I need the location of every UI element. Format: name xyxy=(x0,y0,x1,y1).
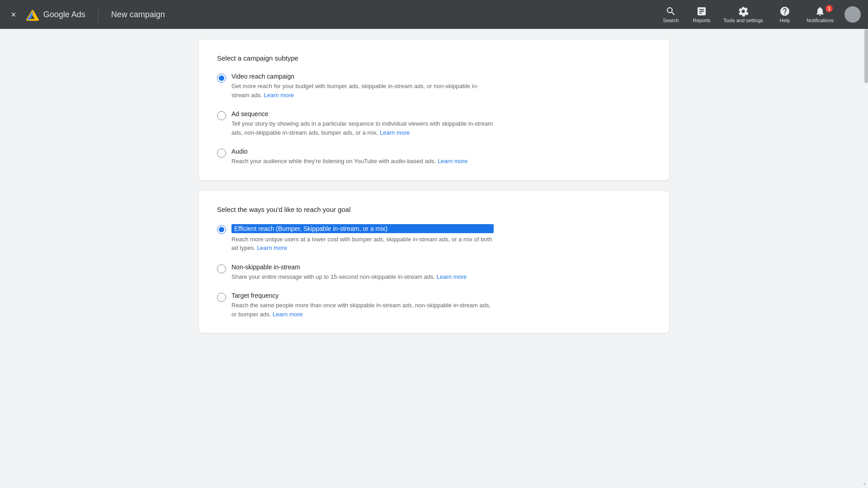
audio-desc: Reach your audience while they're listen… xyxy=(231,157,467,166)
ad-sequence-desc: Tell your story by showing ads in a part… xyxy=(231,119,494,137)
radio-efficient-reach[interactable] xyxy=(217,225,226,234)
section1-title: Select a campaign subtype xyxy=(217,54,651,62)
option-ad-sequence: Ad sequence Tell your story by showing a… xyxy=(217,110,651,137)
non-skippable-learn-more[interactable]: Learn more xyxy=(437,273,467,280)
option-video-reach: Video reach campaign Get more reach for … xyxy=(217,73,651,99)
help-button[interactable]: Help xyxy=(770,3,799,26)
option-audio: Audio Reach your audience while they're … xyxy=(217,148,651,166)
audio-content: Audio Reach your audience while they're … xyxy=(231,148,467,166)
main-content: Select a campaign subtype Video reach ca… xyxy=(0,29,868,344)
nav-divider xyxy=(98,7,99,22)
page-title: New campaign xyxy=(111,10,165,19)
ad-sequence-learn-more[interactable]: Learn more xyxy=(380,129,410,136)
top-navigation: × Google Ads New campaign Search xyxy=(0,0,868,29)
user-avatar[interactable] xyxy=(844,6,861,23)
radio-audio[interactable] xyxy=(217,149,226,158)
reach-goal-card: Select the ways you'd like to reach your… xyxy=(199,191,669,333)
notification-badge: 1 xyxy=(826,5,833,12)
notifications-button[interactable]: 1 Notifications xyxy=(801,3,839,26)
video-reach-learn-more[interactable]: Learn more xyxy=(264,92,294,99)
close-button[interactable]: × xyxy=(7,6,20,23)
scrollbar-thumb[interactable] xyxy=(864,29,868,83)
target-frequency-label: Target frequency xyxy=(231,292,494,299)
notifications-icon xyxy=(815,6,826,17)
reports-icon xyxy=(696,6,707,17)
ad-sequence-label: Ad sequence xyxy=(231,110,494,117)
tools-label: Tools and settings xyxy=(723,18,763,23)
reports-button[interactable]: Reports xyxy=(687,3,716,26)
option-target-frequency: Target frequency Reach the same people m… xyxy=(217,292,651,319)
radio-ad-sequence[interactable] xyxy=(217,111,226,120)
nav-left: × Google Ads New campaign xyxy=(7,6,656,23)
radio-non-skippable[interactable] xyxy=(217,264,226,273)
video-reach-desc: Get more reach for your budget with bump… xyxy=(231,82,494,99)
efficient-reach-label: Efficient reach (Bumper, Skippable in-st… xyxy=(231,224,494,233)
efficient-reach-content: Efficient reach (Bumper, Skippable in-st… xyxy=(231,224,494,253)
search-button[interactable]: Search xyxy=(656,3,685,26)
tools-icon xyxy=(738,6,749,17)
efficient-reach-learn-more[interactable]: Learn more xyxy=(257,244,287,251)
non-skippable-desc: Share your entire message with up to 15-… xyxy=(231,272,467,282)
option-efficient-reach: Efficient reach (Bumper, Skippable in-st… xyxy=(217,224,651,253)
audio-learn-more[interactable]: Learn more xyxy=(438,158,467,164)
target-frequency-desc: Reach the same people more than once wit… xyxy=(231,301,494,319)
efficient-reach-desc: Reach more unique users at a lower cost … xyxy=(231,235,494,253)
search-label: Search xyxy=(663,18,679,23)
notifications-label: Notifications xyxy=(807,18,834,23)
app-name: Google Ads xyxy=(43,10,85,19)
section2-title: Select the ways you'd like to reach your… xyxy=(217,206,651,213)
radio-video-reach[interactable] xyxy=(217,74,226,83)
non-skippable-label: Non-skippable in-stream xyxy=(231,263,467,271)
target-frequency-content: Target frequency Reach the same people m… xyxy=(231,292,494,319)
option-non-skippable: Non-skippable in-stream Share your entir… xyxy=(217,263,651,282)
campaign-subtype-card: Select a campaign subtype Video reach ca… xyxy=(199,40,669,180)
nav-right: Search Reports Tools and settings Help 1 xyxy=(656,3,861,26)
help-label: Help xyxy=(780,18,790,23)
app-logo: Google Ads xyxy=(25,7,85,22)
search-icon xyxy=(665,6,676,17)
reports-label: Reports xyxy=(693,18,711,23)
scroll-down-arrow[interactable]: ⌄ xyxy=(861,479,868,486)
radio-target-frequency[interactable] xyxy=(217,293,226,302)
video-reach-content: Video reach campaign Get more reach for … xyxy=(231,73,494,99)
help-icon xyxy=(779,6,790,17)
ad-sequence-content: Ad sequence Tell your story by showing a… xyxy=(231,110,494,137)
google-ads-logo-icon xyxy=(25,7,40,22)
audio-label: Audio xyxy=(231,148,467,155)
tools-button[interactable]: Tools and settings xyxy=(718,3,769,26)
non-skippable-content: Non-skippable in-stream Share your entir… xyxy=(231,263,467,282)
scrollbar-track xyxy=(864,29,868,488)
target-frequency-learn-more[interactable]: Learn more xyxy=(273,311,302,318)
video-reach-label: Video reach campaign xyxy=(231,73,494,80)
